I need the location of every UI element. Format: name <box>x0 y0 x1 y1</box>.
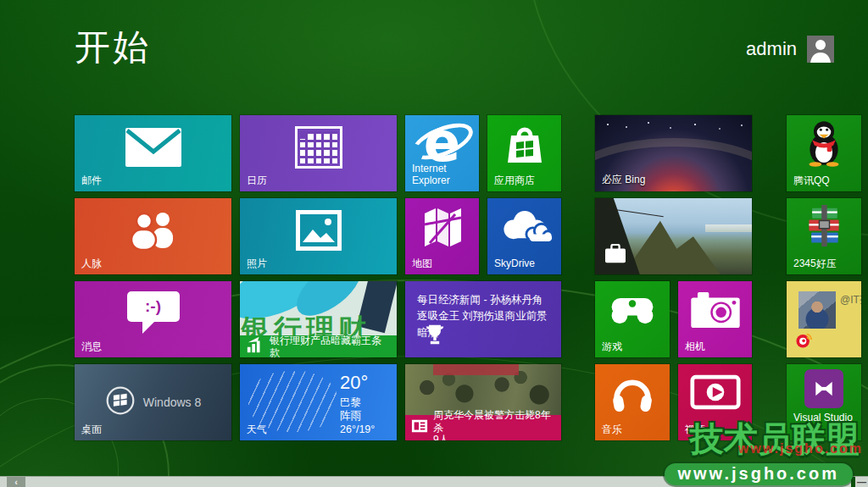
tile-label: 音乐 <box>602 424 622 436</box>
people-icon <box>75 198 231 263</box>
tile-music[interactable]: 音乐 <box>595 364 670 440</box>
user-chip[interactable]: admin <box>746 36 834 63</box>
scroll-left-button[interactable]: ‹ <box>7 477 25 487</box>
tile-label: 腾讯QQ <box>793 175 830 187</box>
mail-icon <box>75 115 231 180</box>
music-headphones-icon <box>595 364 670 420</box>
semantic-zoom-out-button[interactable]: — <box>851 477 868 487</box>
tile-label: 照片 <box>247 258 267 270</box>
windows8-logo-icon <box>105 385 136 419</box>
tile-internet-explorer[interactable]: e Internet Explorer <box>405 115 479 191</box>
tile-daily-econ-news[interactable]: 每日经济新闻 - 孙杨林丹角逐吸金王 刘翔伤退商业前景暗淡 <box>405 281 561 357</box>
tile-travel[interactable] <box>595 198 752 274</box>
calendar-icon <box>240 115 397 180</box>
tile-label: 相机 <box>685 341 705 353</box>
tile-desktop[interactable]: Windows 8 桌面 <box>75 364 231 440</box>
tile-bank-news[interactable]: 银行理财 银行理财产品暗藏霸王条款 <box>240 281 397 357</box>
video-player-icon <box>678 364 752 420</box>
page-title: 开始 <box>75 24 151 71</box>
store-icon <box>487 115 561 174</box>
weather-high-low: 26°/19° <box>340 423 375 436</box>
weather-condition: 阵雨 <box>340 409 375 423</box>
news-headline: 周克华今晨被警方击毙8年杀 9人 <box>433 409 555 440</box>
tile-maps[interactable]: 地图 <box>405 198 479 274</box>
scroll-right-button[interactable]: › <box>824 477 841 487</box>
user-avatar-icon[interactable] <box>807 36 834 63</box>
photos-icon <box>240 198 397 263</box>
tile-mail[interactable]: 邮件 <box>75 115 231 191</box>
haozip-books-icon <box>787 198 861 254</box>
news-headline: 银行理财产品暗藏霸王条款 <box>270 335 391 357</box>
rain-graphic <box>248 371 337 432</box>
games-controller-icon <box>595 281 670 337</box>
maps-icon <box>405 198 479 256</box>
tile-bing[interactable]: 必应 Bing <box>595 115 752 191</box>
tile-label: Visual Studio 2012 <box>793 412 854 436</box>
user-name: admin <box>746 38 797 60</box>
tile-label: 必应 Bing <box>602 173 645 187</box>
tile-crime-news[interactable]: 周克华今晨被警方击毙8年杀 9人 <box>405 364 561 440</box>
weibo-photo-thumbnail <box>798 291 836 329</box>
tile-haozip[interactable]: 2345好压 <box>787 198 861 274</box>
camera-icon <box>678 281 752 337</box>
tile-photos[interactable]: 照片 <box>240 198 397 274</box>
tile-label: 消息 <box>81 341 102 353</box>
horizontal-scrollbar[interactable]: ‹ › — <box>0 476 868 487</box>
tile-games[interactable]: 游戏 <box>595 281 670 357</box>
tile-label: SkyDrive <box>494 258 535 270</box>
qq-penguin-icon <box>787 115 861 171</box>
tile-tencent-qq[interactable]: 腾讯QQ <box>787 115 861 191</box>
weather-city: 巴黎 <box>340 396 375 409</box>
tile-weather[interactable]: 20° 巴黎 阵雨 26°/19° 天气 <box>240 364 397 440</box>
trophy-icon <box>424 324 446 349</box>
bank-news-photo: 银行理财 <box>240 281 397 335</box>
tile-skydrive[interactable]: SkyDrive <box>487 198 561 274</box>
tile-visual-studio[interactable]: Visual Studio 2012 <box>787 364 861 440</box>
tile-label: 2345好压 <box>793 258 837 270</box>
weibo-icon <box>795 331 814 351</box>
tile-weibo[interactable]: @IT亮亮 <box>787 281 861 357</box>
tile-label: 视频 <box>685 424 705 436</box>
weather-temperature: 20° <box>340 371 375 396</box>
newspaper-icon <box>411 418 428 438</box>
tile-label: 地图 <box>412 258 432 270</box>
tile-label: 天气 <box>247 424 267 436</box>
tile-label: Internet Explorer <box>412 163 468 187</box>
tile-label: 邮件 <box>81 175 102 187</box>
tile-label: 桌面 <box>81 424 102 436</box>
crime-news-photo <box>405 364 561 415</box>
tile-label: 游戏 <box>602 341 622 353</box>
tile-label: 人脉 <box>81 258 102 270</box>
suitcase-icon <box>604 244 627 268</box>
messages-bubble-icon: :-) <box>75 281 231 346</box>
tile-calendar[interactable]: 日历 <box>240 115 397 191</box>
watermark-overlay-url: www.jsgho.com <box>738 441 863 457</box>
skydrive-cloud-icon <box>487 198 561 256</box>
tile-people[interactable]: 人脉 <box>75 198 231 274</box>
tile-messages[interactable]: :-) 消息 <box>75 281 231 357</box>
weibo-mention: @IT亮亮 <box>840 293 861 307</box>
windows8-caption: Windows 8 <box>143 396 201 409</box>
start-screen: 开始 admin 邮件 日历 e Internet Explorer <box>0 0 868 487</box>
tile-label: 应用商店 <box>494 175 535 187</box>
visual-studio-icon <box>787 364 861 413</box>
tile-store[interactable]: 应用商店 <box>487 115 561 191</box>
ie-icon: e <box>405 115 479 169</box>
tile-camera[interactable]: 相机 <box>678 281 752 357</box>
tile-video[interactable]: 视频 <box>678 364 752 440</box>
tile-label: 日历 <box>247 175 267 187</box>
chart-icon <box>246 335 264 357</box>
